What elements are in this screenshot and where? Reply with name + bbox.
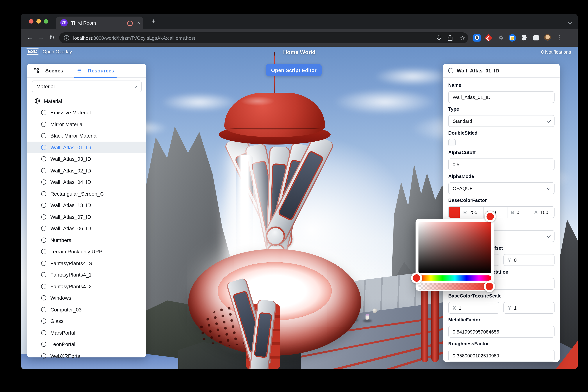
- material-item-label: Wall_Atlas_07_ID: [50, 214, 91, 220]
- material-list-item[interactable]: Numbers: [27, 234, 146, 246]
- material-circle-icon: [41, 122, 46, 127]
- browser-tab[interactable]: Third Room ×: [56, 16, 144, 29]
- material-list-item[interactable]: Computer_03: [27, 304, 146, 315]
- 3d-viewport[interactable]: ESC Open Overlay Home World 0 Notificati…: [21, 47, 578, 369]
- material-item-label: Terrain Rock only URP: [50, 249, 102, 255]
- tab-resources[interactable]: Resources: [76, 64, 114, 77]
- privacy-shield-extension-icon[interactable]: [473, 34, 481, 42]
- side-panel-icon[interactable]: [532, 34, 540, 42]
- material-list-item[interactable]: Wall_Atlas_06_ID: [27, 223, 146, 234]
- material-item-label: Wall_Atlas_03_ID: [50, 156, 91, 162]
- alpha-slider[interactable]: [418, 283, 491, 290]
- resource-type-select[interactable]: Material: [32, 80, 142, 92]
- browser-toolbar: ← → ↻ localhost:3000/world/!vjrzmTVOcyIs…: [21, 29, 578, 47]
- alphamode-select[interactable]: OPAQUE: [448, 182, 554, 194]
- alpha-handle[interactable]: [484, 281, 495, 292]
- basecolor-rgba-row: R255 G0 B0 A100: [448, 206, 554, 218]
- window-zoom-button[interactable]: [44, 19, 48, 24]
- material-list-item[interactable]: Wall_Atlas_02_ID: [27, 165, 146, 176]
- forward-button[interactable]: →: [36, 34, 45, 42]
- new-tab-button[interactable]: +: [149, 17, 158, 26]
- material-circle-icon: [41, 296, 46, 300]
- material-list-item[interactable]: LeonPortal: [27, 338, 146, 350]
- alpha-channel-input[interactable]: A100: [531, 207, 554, 218]
- material-list-item[interactable]: Black Mirror Material: [27, 130, 146, 142]
- material-list-item[interactable]: Wall_Atlas_01_ID: [27, 142, 146, 153]
- tab-scenes-label: Scenes: [45, 68, 63, 73]
- material-circle-icon: [41, 354, 46, 358]
- material-list-item[interactable]: Glass: [27, 315, 146, 327]
- material-list-item[interactable]: Windows: [27, 292, 146, 304]
- notifications-count[interactable]: 0 Notifications: [541, 49, 571, 55]
- material-list-item[interactable]: Wall_Atlas_07_ID: [27, 211, 146, 223]
- window-minimize-button[interactable]: [36, 19, 41, 24]
- chevron-down-icon: [133, 84, 138, 88]
- material-list-item[interactable]: Terrain Rock only URP: [27, 246, 146, 258]
- profile-avatar[interactable]: [544, 34, 552, 42]
- scale-x-input[interactable]: X1: [448, 302, 500, 314]
- third-room-favicon-icon: [60, 19, 68, 26]
- basecolor-swatch[interactable]: [449, 207, 460, 218]
- blue-circle-extension-icon[interactable]: [508, 34, 517, 42]
- blue-channel-input[interactable]: B0: [507, 207, 531, 218]
- back-button[interactable]: ←: [25, 34, 34, 42]
- saturation-handle[interactable]: [485, 211, 496, 222]
- name-input[interactable]: Wall_Atlas_01_ID: [448, 91, 554, 103]
- material-list-item[interactable]: FantasyPlants4_2: [27, 280, 146, 292]
- material-item-label: Wall_Atlas_13_ID: [50, 202, 91, 208]
- alphacutoff-label: AlphaCutoff: [448, 149, 554, 156]
- material-list: Emissive Material Mirror Material Black …: [27, 107, 146, 362]
- doublesided-checkbox[interactable]: [448, 139, 456, 146]
- roughnessfactor-input[interactable]: 0.3580000102519989: [448, 350, 554, 362]
- material-list-item[interactable]: Wall_Atlas_13_ID: [27, 200, 146, 211]
- offset-y-input[interactable]: Y0: [504, 254, 554, 266]
- saturation-value-area[interactable]: [418, 222, 491, 273]
- material-circle-icon: [41, 261, 46, 266]
- address-bar[interactable]: localhost:3000/world/!vjrzmTVOcyIsLgaAkA…: [59, 32, 468, 44]
- red-channel-input[interactable]: R255: [460, 207, 484, 218]
- share-icon[interactable]: [446, 34, 454, 43]
- material-list-item[interactable]: WebXRPortal: [27, 350, 146, 362]
- tree-root-label: Material: [44, 98, 62, 104]
- browser-menu-icon[interactable]: ⋮: [556, 34, 564, 42]
- recycle-extension-icon[interactable]: ♻: [497, 34, 505, 42]
- material-circle-icon: [41, 249, 46, 254]
- window-close-button[interactable]: [29, 19, 34, 24]
- metallicfactor-input[interactable]: 0.5419999957084656: [448, 326, 554, 338]
- open-script-editor-button[interactable]: Open Script Editor: [266, 64, 322, 76]
- material-item-label: Wall_Atlas_01_ID: [50, 144, 91, 150]
- tree-root-material[interactable]: Material: [27, 95, 146, 107]
- texture-scale-inputs: X1 Y1: [448, 302, 554, 314]
- material-circle-icon: [41, 133, 46, 138]
- material-circle-icon: [41, 168, 46, 173]
- tab-close-icon[interactable]: ×: [135, 20, 142, 26]
- microphone-icon[interactable]: [435, 34, 443, 43]
- hue-slider[interactable]: [418, 276, 491, 280]
- alphamode-label: AlphaMode: [448, 173, 554, 180]
- material-circle-icon: [448, 68, 454, 73]
- hue-handle[interactable]: [411, 272, 422, 284]
- extensions-puzzle-icon[interactable]: [520, 34, 528, 42]
- material-list-item[interactable]: Rectangular_Screen_C: [27, 188, 146, 200]
- bookmark-star-icon[interactable]: ☆: [458, 34, 467, 43]
- material-list-item[interactable]: Wall_Atlas_03_ID: [27, 153, 146, 165]
- reload-button[interactable]: ↻: [48, 34, 56, 42]
- material-list-item[interactable]: FantasyPlants4_S: [27, 258, 146, 269]
- red-diamond-extension-icon[interactable]: [485, 34, 493, 42]
- material-circle-icon: [41, 145, 46, 150]
- url-text: localhost:3000/world/!vjrzmTVOcyIsLgaAkA…: [73, 35, 195, 41]
- globe-icon: [34, 98, 40, 104]
- material-list-item[interactable]: MarsPortal: [27, 327, 146, 338]
- site-info-icon[interactable]: [64, 35, 70, 42]
- tab-search-chevron-icon[interactable]: [568, 19, 572, 25]
- type-select[interactable]: Standard: [448, 115, 554, 127]
- type-label: Type: [448, 106, 554, 112]
- material-list-item[interactable]: FantasyPlants4_1: [27, 269, 146, 280]
- material-item-label: Numbers: [50, 237, 71, 243]
- material-list-item[interactable]: Emissive Material: [27, 107, 146, 118]
- material-list-item[interactable]: Mirror Material: [27, 118, 146, 130]
- scale-y-input[interactable]: Y1: [504, 302, 554, 314]
- alphacutoff-input[interactable]: 0.5: [448, 158, 554, 170]
- material-list-item[interactable]: Wall_Atlas_04_ID: [27, 176, 146, 188]
- tab-scenes[interactable]: Scenes: [34, 64, 63, 77]
